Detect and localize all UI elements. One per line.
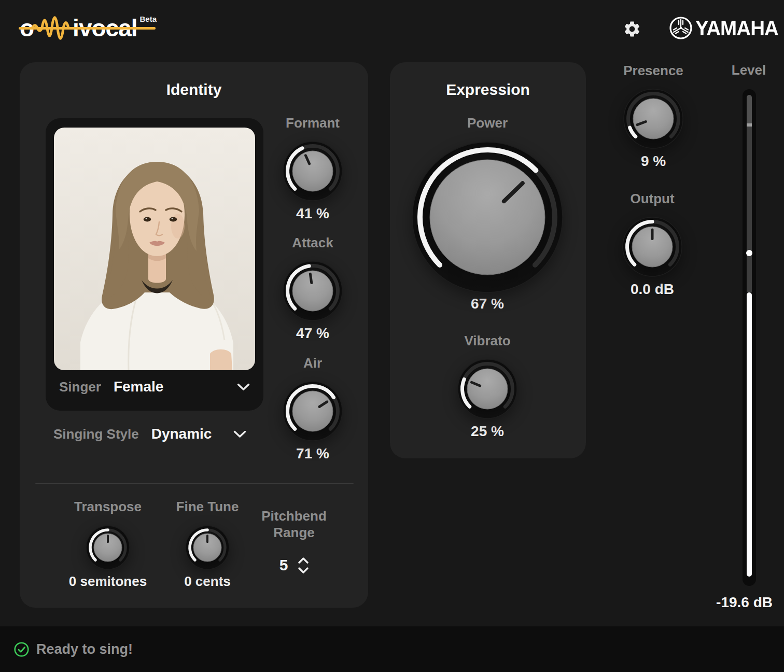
- attack-value: 47 %: [296, 325, 329, 342]
- presence-label: Presence: [623, 62, 683, 79]
- meter-headroom-segment: [747, 95, 752, 123]
- pitchbend-label-line1: Pitchbend: [261, 508, 327, 524]
- formant-label: Formant: [286, 115, 340, 131]
- status-message: Ready to sing!: [36, 641, 133, 657]
- fine-tune-value: 0 cents: [184, 573, 231, 590]
- air-value: 71 %: [296, 445, 329, 462]
- formant-knob[interactable]: [283, 141, 343, 201]
- omnivocal-logo: o ivocal Beta: [20, 11, 157, 45]
- vibrato-label: Vibrato: [464, 332, 510, 349]
- presence-value: 9 %: [641, 153, 666, 170]
- air-control: Air 71 %: [261, 355, 365, 462]
- logo-strike-line: [19, 27, 156, 30]
- transpose-value: 0 semitones: [69, 573, 147, 590]
- presence-control: Presence 9 %: [601, 62, 705, 170]
- presence-knob[interactable]: [623, 89, 683, 149]
- formant-control: Formant 41 %: [261, 115, 365, 222]
- section-divider: [35, 483, 354, 484]
- vibrato-value: 25 %: [471, 423, 504, 440]
- singer-label: Singer: [59, 379, 101, 395]
- transpose-control: Transpose 0 semitones: [56, 498, 160, 590]
- air-knob[interactable]: [283, 381, 343, 441]
- yamaha-wordmark: YAMAHA: [695, 16, 778, 40]
- output-knob[interactable]: [622, 217, 682, 277]
- pitchbend-label-line2: Range: [273, 524, 314, 541]
- vibrato-control: Vibrato 25 %: [436, 332, 539, 440]
- identity-panel: Identity: [20, 62, 368, 608]
- output-control: Output 0.0 dB: [600, 190, 704, 298]
- pitchbend-range-control: Pitchbend Range 5: [242, 508, 346, 574]
- output-value: 0.0 dB: [631, 281, 674, 298]
- check-circle-icon: [13, 641, 30, 657]
- transpose-knob[interactable]: [86, 525, 130, 570]
- singing-style-dropdown[interactable]: Singing Style Dynamic: [53, 420, 246, 448]
- transpose-label: Transpose: [74, 498, 142, 515]
- vibrato-knob[interactable]: [457, 359, 517, 419]
- chevron-down-icon: [298, 567, 309, 573]
- power-value: 67 %: [471, 296, 504, 312]
- gear-icon: [623, 20, 641, 38]
- singer-photo: [54, 128, 255, 370]
- output-label: Output: [630, 190, 674, 207]
- expression-panel: Expression Power 67 % Vibrato: [390, 62, 586, 458]
- power-knob[interactable]: [412, 142, 563, 293]
- yamaha-tuning-forks-icon: [669, 16, 693, 40]
- power-control: Power 67 %: [410, 115, 565, 312]
- air-label: Air: [303, 355, 322, 371]
- stepper-up-button[interactable]: [298, 557, 309, 564]
- pitchbend-stepper: [298, 557, 309, 573]
- yamaha-brand: YAMAHA: [669, 16, 783, 40]
- chevron-down-icon[interactable]: [237, 383, 250, 391]
- level-label: Level: [718, 62, 780, 78]
- expression-title: Expression: [390, 81, 586, 99]
- attack-control: Attack 47 %: [261, 234, 365, 342]
- singing-style-value: Dynamic: [151, 426, 212, 442]
- attack-knob[interactable]: [283, 261, 343, 321]
- pitchbend-value: 5: [279, 556, 288, 574]
- meter-track-segment: [747, 127, 752, 292]
- identity-title: Identity: [20, 81, 368, 99]
- formant-value: 41 %: [296, 205, 329, 222]
- level-readout: -19.6 dB: [695, 594, 773, 611]
- attack-label: Attack: [292, 234, 333, 251]
- singer-value: Female: [114, 379, 164, 395]
- singer-dropdown[interactable]: Singer Female: [59, 370, 250, 403]
- settings-button[interactable]: [622, 19, 642, 39]
- singer-card: Singer Female: [46, 118, 263, 411]
- status-bar: Ready to sing!: [0, 626, 784, 672]
- chevron-down-icon[interactable]: [233, 430, 246, 438]
- fine-tune-knob[interactable]: [185, 525, 230, 570]
- meter-level-fill: [747, 292, 752, 577]
- level-meter: [743, 89, 756, 586]
- beta-badge: Beta: [140, 15, 157, 23]
- power-label: Power: [467, 115, 508, 131]
- singing-style-label: Singing Style: [53, 426, 139, 442]
- chevron-up-icon: [298, 557, 309, 564]
- plugin-window: o ivocal Beta: [0, 0, 784, 672]
- fine-tune-label: Fine Tune: [176, 498, 239, 515]
- meter-peak-dot: [746, 250, 752, 256]
- stepper-down-button[interactable]: [298, 567, 309, 573]
